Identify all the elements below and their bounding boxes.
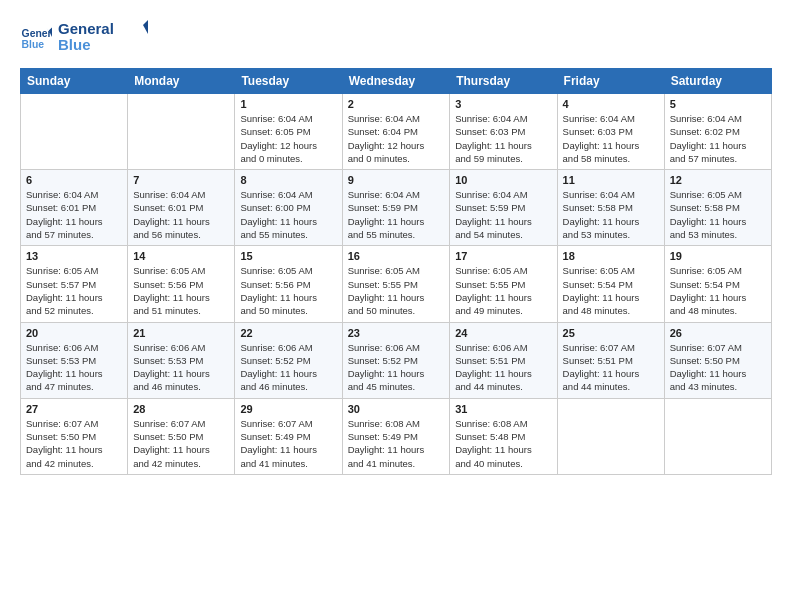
day-number: 13 [26,250,122,262]
day-info: Sunrise: 6:04 AM Sunset: 6:00 PM Dayligh… [240,188,336,241]
day-number: 26 [670,327,766,339]
day-number: 25 [563,327,659,339]
header: General Blue General Blue [20,16,772,58]
day-number: 15 [240,250,336,262]
calendar-cell: 16Sunrise: 6:05 AM Sunset: 5:55 PM Dayli… [342,246,450,322]
day-info: Sunrise: 6:04 AM Sunset: 6:01 PM Dayligh… [26,188,122,241]
day-info: Sunrise: 6:05 AM Sunset: 5:54 PM Dayligh… [563,264,659,317]
day-info: Sunrise: 6:07 AM Sunset: 5:51 PM Dayligh… [563,341,659,394]
day-number: 6 [26,174,122,186]
calendar-header-row: SundayMondayTuesdayWednesdayThursdayFrid… [21,69,772,94]
day-number: 10 [455,174,551,186]
day-header-tuesday: Tuesday [235,69,342,94]
day-header-sunday: Sunday [21,69,128,94]
calendar-cell: 26Sunrise: 6:07 AM Sunset: 5:50 PM Dayli… [664,322,771,398]
calendar-cell: 28Sunrise: 6:07 AM Sunset: 5:50 PM Dayli… [128,398,235,474]
day-info: Sunrise: 6:04 AM Sunset: 6:03 PM Dayligh… [563,112,659,165]
day-number: 21 [133,327,229,339]
day-header-saturday: Saturday [664,69,771,94]
day-number: 27 [26,403,122,415]
svg-marker-7 [143,20,148,34]
calendar-cell: 23Sunrise: 6:06 AM Sunset: 5:52 PM Dayli… [342,322,450,398]
svg-text:Blue: Blue [22,39,45,50]
calendar-cell [128,94,235,170]
calendar-cell: 27Sunrise: 6:07 AM Sunset: 5:50 PM Dayli… [21,398,128,474]
calendar-cell: 7Sunrise: 6:04 AM Sunset: 6:01 PM Daylig… [128,170,235,246]
day-info: Sunrise: 6:04 AM Sunset: 5:59 PM Dayligh… [348,188,445,241]
day-number: 28 [133,403,229,415]
day-number: 2 [348,98,445,110]
day-info: Sunrise: 6:06 AM Sunset: 5:52 PM Dayligh… [240,341,336,394]
day-info: Sunrise: 6:07 AM Sunset: 5:50 PM Dayligh… [26,417,122,470]
day-info: Sunrise: 6:05 AM Sunset: 5:54 PM Dayligh… [670,264,766,317]
day-number: 7 [133,174,229,186]
day-info: Sunrise: 6:08 AM Sunset: 5:49 PM Dayligh… [348,417,445,470]
day-number: 9 [348,174,445,186]
calendar-cell: 19Sunrise: 6:05 AM Sunset: 5:54 PM Dayli… [664,246,771,322]
day-info: Sunrise: 6:04 AM Sunset: 5:59 PM Dayligh… [455,188,551,241]
calendar-cell: 4Sunrise: 6:04 AM Sunset: 6:03 PM Daylig… [557,94,664,170]
svg-text:Blue: Blue [58,36,91,53]
day-number: 17 [455,250,551,262]
day-info: Sunrise: 6:04 AM Sunset: 6:03 PM Dayligh… [455,112,551,165]
day-info: Sunrise: 6:05 AM Sunset: 5:56 PM Dayligh… [133,264,229,317]
calendar-cell: 29Sunrise: 6:07 AM Sunset: 5:49 PM Dayli… [235,398,342,474]
calendar-cell [21,94,128,170]
day-number: 14 [133,250,229,262]
day-number: 24 [455,327,551,339]
week-row-2: 6Sunrise: 6:04 AM Sunset: 6:01 PM Daylig… [21,170,772,246]
logo-icon: General Blue [20,21,52,53]
day-info: Sunrise: 6:06 AM Sunset: 5:51 PM Dayligh… [455,341,551,394]
day-number: 29 [240,403,336,415]
calendar-cell: 31Sunrise: 6:08 AM Sunset: 5:48 PM Dayli… [450,398,557,474]
calendar-cell: 3Sunrise: 6:04 AM Sunset: 6:03 PM Daylig… [450,94,557,170]
calendar-cell: 30Sunrise: 6:08 AM Sunset: 5:49 PM Dayli… [342,398,450,474]
day-number: 22 [240,327,336,339]
calendar-cell: 1Sunrise: 6:04 AM Sunset: 6:05 PM Daylig… [235,94,342,170]
day-info: Sunrise: 6:06 AM Sunset: 5:53 PM Dayligh… [133,341,229,394]
day-info: Sunrise: 6:04 AM Sunset: 6:02 PM Dayligh… [670,112,766,165]
calendar-cell: 8Sunrise: 6:04 AM Sunset: 6:00 PM Daylig… [235,170,342,246]
calendar-cell: 10Sunrise: 6:04 AM Sunset: 5:59 PM Dayli… [450,170,557,246]
calendar-cell: 17Sunrise: 6:05 AM Sunset: 5:55 PM Dayli… [450,246,557,322]
day-number: 4 [563,98,659,110]
calendar-table: SundayMondayTuesdayWednesdayThursdayFrid… [20,68,772,475]
day-info: Sunrise: 6:05 AM Sunset: 5:57 PM Dayligh… [26,264,122,317]
day-number: 11 [563,174,659,186]
day-header-thursday: Thursday [450,69,557,94]
day-number: 3 [455,98,551,110]
calendar-cell: 18Sunrise: 6:05 AM Sunset: 5:54 PM Dayli… [557,246,664,322]
calendar-cell: 22Sunrise: 6:06 AM Sunset: 5:52 PM Dayli… [235,322,342,398]
day-header-wednesday: Wednesday [342,69,450,94]
day-info: Sunrise: 6:07 AM Sunset: 5:50 PM Dayligh… [670,341,766,394]
day-number: 30 [348,403,445,415]
day-number: 20 [26,327,122,339]
day-info: Sunrise: 6:04 AM Sunset: 6:05 PM Dayligh… [240,112,336,165]
calendar-cell: 13Sunrise: 6:05 AM Sunset: 5:57 PM Dayli… [21,246,128,322]
day-number: 16 [348,250,445,262]
day-header-monday: Monday [128,69,235,94]
calendar-cell [557,398,664,474]
calendar-cell: 9Sunrise: 6:04 AM Sunset: 5:59 PM Daylig… [342,170,450,246]
day-info: Sunrise: 6:06 AM Sunset: 5:53 PM Dayligh… [26,341,122,394]
day-info: Sunrise: 6:08 AM Sunset: 5:48 PM Dayligh… [455,417,551,470]
day-info: Sunrise: 6:04 AM Sunset: 6:04 PM Dayligh… [348,112,445,165]
day-info: Sunrise: 6:05 AM Sunset: 5:55 PM Dayligh… [348,264,445,317]
svg-text:General: General [22,28,52,39]
day-info: Sunrise: 6:05 AM Sunset: 5:56 PM Dayligh… [240,264,336,317]
day-header-friday: Friday [557,69,664,94]
day-info: Sunrise: 6:05 AM Sunset: 5:58 PM Dayligh… [670,188,766,241]
day-info: Sunrise: 6:06 AM Sunset: 5:52 PM Dayligh… [348,341,445,394]
day-number: 18 [563,250,659,262]
day-number: 1 [240,98,336,110]
calendar-cell: 12Sunrise: 6:05 AM Sunset: 5:58 PM Dayli… [664,170,771,246]
calendar-cell: 14Sunrise: 6:05 AM Sunset: 5:56 PM Dayli… [128,246,235,322]
day-number: 31 [455,403,551,415]
calendar-cell: 11Sunrise: 6:04 AM Sunset: 5:58 PM Dayli… [557,170,664,246]
day-info: Sunrise: 6:04 AM Sunset: 5:58 PM Dayligh… [563,188,659,241]
day-number: 12 [670,174,766,186]
day-info: Sunrise: 6:07 AM Sunset: 5:49 PM Dayligh… [240,417,336,470]
logo-svg: General Blue [58,16,148,54]
logo: General Blue General Blue [20,16,148,58]
calendar-cell: 25Sunrise: 6:07 AM Sunset: 5:51 PM Dayli… [557,322,664,398]
